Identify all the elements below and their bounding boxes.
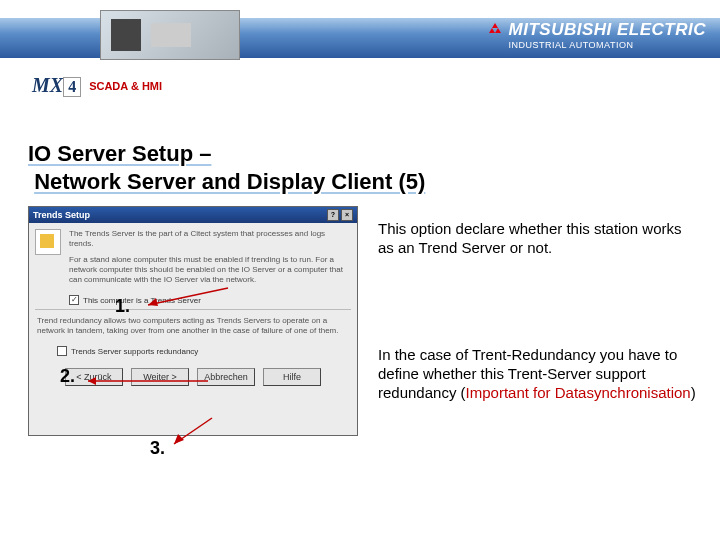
note-2: In the case of Trent-Redundancy you have… — [378, 346, 698, 402]
redundancy-checkbox[interactable] — [57, 346, 67, 356]
slide-title: IO Server Setup – Network Server and Dis… — [28, 140, 425, 195]
dialog-separator — [35, 309, 351, 310]
help-icon[interactable]: ? — [327, 209, 339, 221]
sub-header: MX4 SCADA & HMI — [32, 74, 162, 97]
dialog-title: Trends Setup — [33, 210, 90, 220]
trends-server-label: This computer is a Trends Server — [83, 296, 201, 305]
dialog-mid-para: Trend redundancy allows two computers ac… — [29, 314, 357, 340]
svg-marker-0 — [492, 23, 498, 28]
close-icon[interactable]: × — [341, 209, 353, 221]
trends-server-checkbox[interactable]: ✓ — [69, 295, 79, 305]
header-product-photo — [100, 10, 240, 60]
cancel-button[interactable]: Abbrechen — [197, 368, 255, 386]
help-button[interactable]: Hilfe — [263, 368, 321, 386]
mx4-logo: MX4 — [32, 74, 81, 97]
marker-2: 2. — [60, 366, 75, 387]
dialog-para: For a stand alone computer this must be … — [69, 255, 349, 285]
dialog-screenshot: Trends Setup ? × The Trends Server is th… — [28, 206, 358, 436]
brand-subtitle: INDUSTRIAL AUTOMATION — [509, 40, 706, 50]
svg-marker-2 — [495, 28, 501, 33]
sub-header-label: SCADA & HMI — [89, 80, 162, 92]
dialog-icon — [35, 229, 61, 255]
note-2-highlight: Important for Datasynchronisation — [466, 384, 691, 401]
svg-marker-1 — [489, 28, 495, 33]
dialog-titlebar: Trends Setup ? × — [29, 207, 357, 223]
brand-block: MITSUBISHI ELECTRIC INDUSTRIAL AUTOMATIO… — [487, 20, 706, 50]
redundancy-label: Trends Server supports redundancy — [71, 347, 198, 356]
title-line-1: IO Server Setup – — [28, 141, 211, 166]
slide-header: MITSUBISHI ELECTRIC INDUSTRIAL AUTOMATIO… — [0, 0, 720, 70]
note-2c: ) — [691, 384, 696, 401]
brand-name: MITSUBISHI ELECTRIC — [509, 20, 706, 40]
next-button[interactable]: Weiter > — [131, 368, 189, 386]
marker-1: 1. — [115, 296, 130, 317]
note-1: This option declare whether this station… — [378, 220, 698, 258]
title-line-2: Network Server and Display Client (5) — [34, 169, 425, 194]
marker-3: 3. — [150, 438, 165, 459]
mitsubishi-logo-icon — [487, 23, 503, 37]
dialog-intro: The Trends Server is the part of a Citec… — [69, 229, 349, 249]
dialog-button-row: < Zurück Weiter > Abbrechen Hilfe — [29, 360, 357, 396]
